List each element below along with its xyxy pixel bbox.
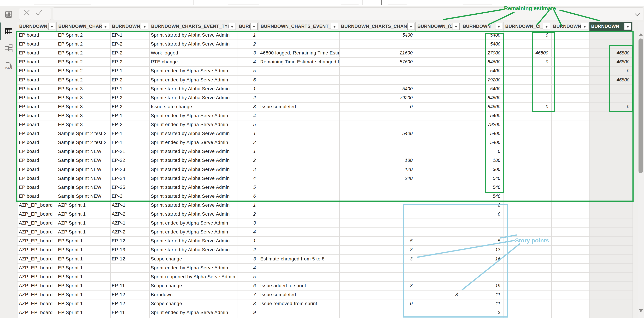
svg-text:Remaining estimate: Remaining estimate <box>504 5 556 11</box>
svg-text:DAX: DAX <box>5 67 12 70</box>
svg-text:Story points: Story points <box>515 237 549 244</box>
